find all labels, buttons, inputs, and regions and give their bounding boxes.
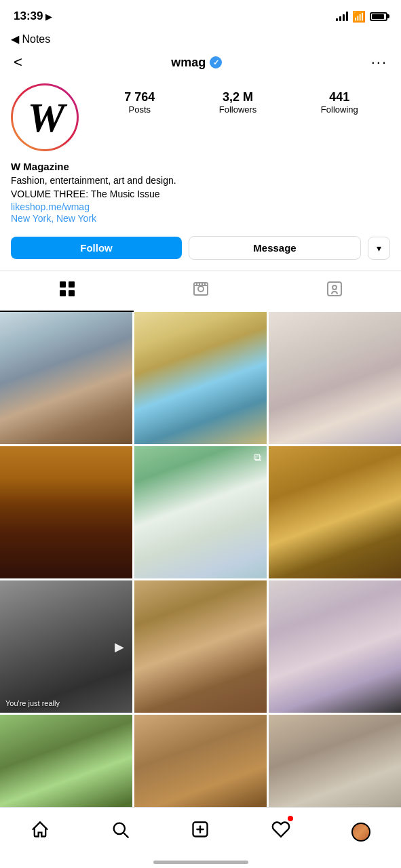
notification-dot xyxy=(288,816,293,821)
multi-photo-icon: ⧉ xyxy=(254,452,261,464)
profile-avatar-nav xyxy=(351,823,370,842)
status-time: 13:39 xyxy=(14,9,43,23)
bio-link[interactable]: likeshop.me/wmag xyxy=(11,201,90,212)
message-button[interactable]: Message xyxy=(189,236,361,260)
reels-icon xyxy=(193,281,209,301)
video-caption: You're just really xyxy=(5,699,60,707)
grid-item[interactable] xyxy=(269,312,401,444)
tabs-container xyxy=(0,271,401,312)
back-button[interactable]: < xyxy=(14,54,22,71)
search-icon xyxy=(111,820,130,844)
posts-stat: 7 764 Posts xyxy=(124,90,155,115)
photo-grid: ⧉ ▶ You're just really xyxy=(0,312,401,847)
dropdown-button[interactable]: ▾ xyxy=(368,237,390,260)
grid-item[interactable] xyxy=(269,446,401,578)
following-stat[interactable]: 441 Following xyxy=(321,90,358,115)
followers-count: 3,2 M xyxy=(223,90,253,104)
nav-home[interactable] xyxy=(26,816,54,848)
back-nav-label[interactable]: ◀ Notes xyxy=(11,33,50,45)
nav-create[interactable] xyxy=(187,816,214,848)
svg-line-14 xyxy=(124,833,128,837)
profile-header: < wmag ✓ ··· xyxy=(0,48,401,77)
grid-item[interactable]: ▶ You're just really xyxy=(0,580,132,713)
grid-item[interactable] xyxy=(134,312,267,444)
bio-line-1: Fashion, entertainment, art and design. xyxy=(11,174,390,188)
grid-item[interactable] xyxy=(0,446,132,578)
svg-rect-2 xyxy=(60,290,66,296)
avatar: W xyxy=(13,85,77,149)
tab-tagged[interactable] xyxy=(267,271,401,312)
action-buttons: Follow Message ▾ xyxy=(0,231,401,265)
followers-label: Followers xyxy=(219,104,257,115)
bio-line-2: VOLUME THREE: The Music Issue xyxy=(11,188,390,201)
battery-icon xyxy=(370,12,387,21)
grid-item[interactable]: ⧉ xyxy=(134,446,267,578)
bio-location: New York, New York xyxy=(11,213,390,224)
grid-item[interactable] xyxy=(0,312,132,444)
nav-activity[interactable] xyxy=(267,816,294,848)
tab-reels[interactable] xyxy=(134,271,267,312)
grid-icon xyxy=(59,281,75,301)
avatar-story-ring[interactable]: W xyxy=(11,83,79,151)
display-name: W Magazine xyxy=(11,161,390,172)
following-label: Following xyxy=(321,104,358,115)
avatar-container: W xyxy=(11,83,79,151)
home-indicator xyxy=(153,861,248,864)
nav-profile[interactable] xyxy=(347,818,375,846)
stats-container: 7 764 Posts 3,2 M Followers 441 Followin… xyxy=(92,83,390,115)
bio-section: W Magazine Fashion, entertainment, art a… xyxy=(0,158,401,231)
wifi-icon: 📶 xyxy=(352,10,366,23)
username-container: wmag ✓ xyxy=(171,56,222,70)
svg-rect-1 xyxy=(69,281,75,288)
posts-count: 7 764 xyxy=(124,90,155,104)
tab-grid[interactable] xyxy=(0,271,134,312)
svg-rect-0 xyxy=(60,281,66,288)
followers-stat[interactable]: 3,2 M Followers xyxy=(219,90,257,115)
profile-username: wmag xyxy=(171,56,206,70)
profile-info-row: W 7 764 Posts 3,2 M Followers 441 Follow… xyxy=(0,77,401,158)
video-play-icon: ▶ xyxy=(115,639,124,654)
signal-icon xyxy=(336,12,348,21)
heart-icon xyxy=(271,820,290,844)
more-options-button[interactable]: ··· xyxy=(371,54,387,71)
grid-item[interactable] xyxy=(269,580,401,713)
status-icons: 📶 xyxy=(336,10,387,23)
tagged-icon xyxy=(326,281,343,301)
location-arrow-icon: ▶ xyxy=(45,12,52,22)
back-navigation: ◀ Notes xyxy=(0,30,401,48)
verified-badge: ✓ xyxy=(210,56,222,68)
follow-button[interactable]: Follow xyxy=(11,237,182,259)
nav-search[interactable] xyxy=(107,816,134,848)
svg-point-12 xyxy=(332,285,337,290)
posts-label: Posts xyxy=(129,104,151,115)
create-icon xyxy=(191,820,210,844)
svg-point-5 xyxy=(198,286,204,292)
home-icon xyxy=(31,820,50,844)
bottom-navigation xyxy=(0,807,401,868)
status-bar: 13:39 ▶ 📶 xyxy=(0,0,401,30)
grid-item[interactable] xyxy=(134,580,267,713)
svg-rect-3 xyxy=(69,290,75,296)
following-count: 441 xyxy=(329,90,349,104)
